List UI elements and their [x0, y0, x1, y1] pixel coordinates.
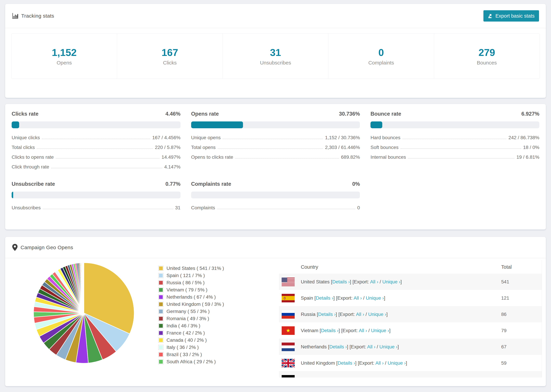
dotted-leader [235, 158, 339, 159]
country-cell: Vietnam [Details ›] [Export: All › / Uni… [301, 328, 501, 333]
rate-progress-fill [12, 192, 13, 198]
country-name: Spain [301, 295, 314, 301]
stat-value: 31 [270, 47, 281, 58]
flag-cell [282, 326, 295, 335]
export-button-label: Export basic stats [495, 13, 535, 19]
rate-detail-label: Unique clicks [12, 135, 40, 140]
legend-item-italy: Italy ( 36 / 2% ) [158, 344, 224, 351]
export-all-link[interactable]: All › [353, 295, 362, 301]
rate-detail-value: 18 / 0% [523, 145, 539, 150]
total-cell: 121 [501, 295, 542, 301]
details-link[interactable]: Details › [338, 360, 355, 366]
export-all-link[interactable]: All › [356, 312, 364, 317]
rate-detail-label: Unique opens [191, 135, 221, 140]
bracket: ] [Export: [355, 360, 375, 366]
rate-section-head: Bounce rate6.927% [370, 111, 539, 117]
flag-nl-icon [282, 343, 295, 351]
rate-section-title: Unsubscribe rate [12, 181, 55, 187]
details-link[interactable]: Details › [329, 344, 347, 350]
rate-detail-label: Click through rate [12, 164, 49, 169]
geo-table-header-row: Country Total [279, 260, 542, 274]
legend-swatch [158, 323, 163, 328]
geo-opens-pie-chart [33, 262, 135, 364]
rate-detail-label: Soft bounces [370, 145, 398, 150]
rate-section-value: 6.927% [521, 111, 539, 117]
export-unique-link[interactable]: Unique › [366, 295, 384, 301]
bracket: ] [Export: [341, 377, 361, 378]
export-all-link[interactable]: All › [359, 328, 367, 333]
geo-opens-card: Campaign Geo Opens United States ( 541 /… [5, 237, 546, 386]
flag-cell [282, 375, 295, 378]
details-link[interactable]: Details › [321, 328, 339, 333]
rate-detail-value: 31 [175, 205, 181, 210]
details-link[interactable]: Details › [316, 295, 333, 301]
legend-label: Brazil ( 33 / 2% ) [167, 352, 202, 357]
rate-detail-row: Unsubscribes31 [12, 205, 181, 210]
legend-swatch-color [159, 324, 163, 328]
export-unique-link[interactable]: Unique › [368, 312, 386, 317]
flag-gb-icon [282, 359, 295, 367]
rate-progress-track [191, 121, 360, 128]
geo-opens-table: Country Total United States [Details ›] … [279, 260, 542, 378]
rate-detail-label: Clicks to opens rate [12, 155, 54, 160]
stat-cell-opens: 1,152Opens [11, 34, 117, 79]
separator: / [364, 312, 368, 317]
stat-label: Bounces [477, 60, 497, 66]
legend-label: Vietnam ( 79 / 5% ) [167, 287, 207, 293]
legend-item-united-kingdom: United Kingdom ( 59 / 3% ) [158, 301, 224, 308]
rate-section-head: Unsubscribe rate0.77% [12, 181, 181, 187]
stat-label: Opens [57, 60, 72, 66]
country-cell: Spain [Details ›] [Export: All › / Uniqu… [301, 295, 501, 301]
legend-item-brazil: Brazil ( 33 / 2% ) [158, 351, 224, 358]
legend-swatch-color [159, 317, 163, 321]
export-unique-link[interactable]: Unique › [379, 344, 397, 350]
legend-swatch [158, 330, 163, 336]
export-unique-link[interactable]: Unique › [371, 328, 389, 333]
export-all-link[interactable]: All › [367, 344, 375, 350]
details-link[interactable]: Details › [318, 312, 336, 317]
legend-item-germany: Germany ( 55 / 3% ) [158, 308, 224, 315]
legend-label: Romania ( 49 / 3% ) [167, 316, 209, 321]
rate-detail-label: Total opens [191, 145, 216, 150]
total-cell: 79 [501, 328, 542, 333]
stat-cell-clicks: 167Clicks [117, 34, 222, 79]
geo-content: United States ( 541 / 31% )Spain ( 121 /… [5, 258, 546, 383]
tracking-stats-card: Tracking stats Export basic stats 1,152O… [5, 4, 546, 98]
export-unique-link[interactable]: Unique › [382, 279, 400, 284]
rate-detail-value: 220 / 5.87% [155, 145, 180, 150]
export-all-link[interactable]: All › [375, 360, 384, 366]
bracket: [ [336, 360, 338, 366]
rate-detail-row: Opens to clicks rate689.82% [191, 155, 360, 160]
legend-item-india: India ( 46 / 3% ) [158, 322, 224, 329]
rate-section-head: Complaints rate0% [191, 181, 360, 187]
legend-swatch [158, 294, 163, 300]
rate-detail-row: Complaints0 [191, 205, 360, 210]
stat-value: 1,152 [52, 47, 77, 58]
export-unique-link[interactable]: Unique › [388, 360, 406, 366]
country-cell: United Kingdom [Details ›] [Export: All … [301, 360, 501, 366]
dotted-leader [43, 209, 173, 209]
bracket: ] [Export: [336, 312, 356, 317]
legend-swatch [158, 287, 163, 293]
export-basic-stats-button[interactable]: Export basic stats [483, 10, 539, 21]
legend-swatch-color [159, 281, 163, 285]
bracket: [ [331, 279, 332, 284]
flag-es-icon [282, 294, 295, 302]
export-all-link[interactable]: All › [370, 279, 378, 284]
export-all-link[interactable]: All › [361, 377, 369, 378]
rate-detail-row: Clicks to opens rate14.497% [12, 155, 181, 160]
rate-detail-label: Unsubscribes [12, 205, 41, 210]
export-unique-link[interactable]: Unique › [373, 377, 391, 378]
details-link[interactable]: Details › [323, 377, 341, 378]
rate-detail-value: 0 [357, 205, 360, 210]
bracket: ] [406, 360, 407, 366]
total-cell: 86 [501, 312, 542, 317]
details-link[interactable]: Details › [332, 279, 350, 284]
bracket: ] [Export: [333, 295, 353, 301]
country-name: United States [301, 279, 331, 284]
rates-grid: Clicks rate4.46%Unique clicks167 / 4.456… [5, 104, 546, 223]
dotted-leader [51, 168, 162, 168]
bracket: ] [400, 279, 402, 284]
legend-item-spain: Spain ( 121 / 7% ) [158, 272, 224, 279]
flag-us-icon [282, 278, 295, 286]
